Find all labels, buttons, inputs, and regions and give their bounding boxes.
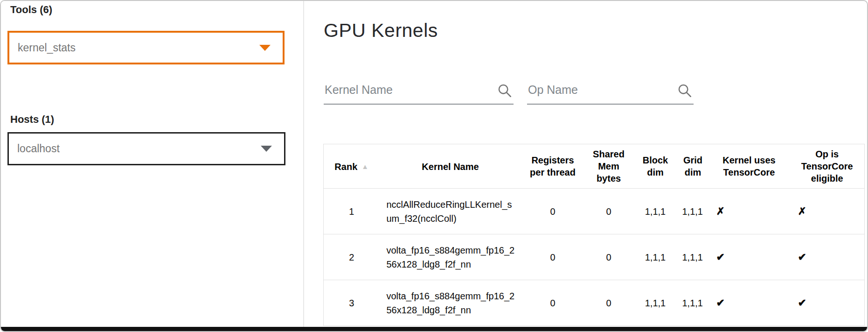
sort-ascending-icon: ▲ — [361, 162, 368, 170]
column-header-registers-per-thread[interactable]: Registers per thread — [521, 144, 584, 189]
gpu-kernels-table: Rank▲ Kernel Name Registers per thread S… — [323, 144, 865, 326]
kernel-name-input[interactable] — [324, 78, 514, 105]
cell-kernel-name: volta_fp16_s884gemm_fp16_256x128_ldg8_f2… — [380, 280, 521, 326]
sidebar: Tools (6) kernel_stats Hosts (1) localho… — [1, 1, 304, 331]
tools-select-value: kernel_stats — [9, 42, 259, 54]
hosts-select[interactable]: localhost — [7, 132, 285, 165]
cell-registers-per-thread: 0 — [521, 280, 584, 326]
cell-kernel-name: ncclAllReduceRingLLKernel_sum_f32(ncclCo… — [380, 189, 521, 234]
main-panel: GPU Kernels Ra — [305, 1, 867, 331]
tools-section-label: Tools (6) — [10, 4, 52, 16]
cell-rank: 3 — [324, 280, 380, 326]
table-header-row: Rank▲ Kernel Name Registers per thread S… — [324, 144, 865, 189]
cell-shared-mem-bytes: 0 — [584, 234, 633, 280]
cell-registers-per-thread: 0 — [521, 189, 584, 234]
cell-shared-mem-bytes: 0 — [584, 280, 633, 326]
chevron-down-icon — [259, 45, 271, 51]
cell-block-dim: 1,1,1 — [633, 189, 678, 234]
table-body: 1ncclAllReduceRingLLKernel_sum_f32(ncclC… — [324, 189, 865, 326]
cell-block-dim: 1,1,1 — [633, 234, 678, 280]
hosts-section-label: Hosts (1) — [10, 113, 54, 126]
op-name-input[interactable] — [527, 78, 694, 105]
column-header-rank[interactable]: Rank▲ — [324, 144, 380, 189]
cell-grid-dim: 1,1,1 — [678, 189, 708, 234]
cell-kernel-uses-tensorcore: ✗ — [708, 189, 790, 234]
column-header-grid-dim[interactable]: Grid dim — [678, 144, 708, 189]
cell-op-is-tensorcore-eligible: ✗ — [790, 189, 865, 234]
column-header-shared-mem-bytes[interactable]: Shared Mem bytes — [584, 144, 633, 189]
search-icon — [677, 82, 693, 99]
table-row: 1ncclAllReduceRingLLKernel_sum_f32(ncclC… — [324, 189, 865, 234]
cell-kernel-uses-tensorcore: ✔ — [708, 234, 790, 280]
cell-op-is-tensorcore-eligible: ✔ — [790, 280, 865, 326]
cell-registers-per-thread: 0 — [521, 234, 584, 280]
table-row: 2volta_fp16_s884gemm_fp16_256x128_ldg8_f… — [324, 234, 865, 280]
table-row: 3volta_fp16_s884gemm_fp16_256x128_ldg8_f… — [324, 280, 865, 326]
cell-kernel-name: volta_fp16_s884gemm_fp16_256x128_ldg8_f2… — [380, 234, 521, 280]
hosts-select-value: localhost — [9, 142, 261, 155]
cell-rank: 2 — [324, 234, 380, 280]
column-header-op-is-tensorcore-eligible[interactable]: Op is TensorCore eligible — [790, 144, 865, 189]
column-header-kernel-uses-tensorcore[interactable]: Kernel uses TensorCore — [708, 144, 790, 189]
bottom-bar — [1, 327, 867, 331]
chevron-down-icon — [261, 146, 272, 152]
column-header-kernel-name[interactable]: Kernel Name — [380, 144, 521, 189]
cell-kernel-uses-tensorcore: ✔ — [708, 280, 790, 326]
op-name-filter — [527, 78, 694, 105]
search-icon — [497, 82, 513, 99]
cell-rank: 1 — [324, 189, 380, 234]
kernel-name-filter — [324, 78, 514, 105]
page-title: GPU Kernels — [324, 20, 438, 42]
profiler-window: Tools (6) kernel_stats Hosts (1) localho… — [0, 0, 868, 332]
cell-grid-dim: 1,1,1 — [678, 234, 708, 280]
cell-shared-mem-bytes: 0 — [584, 189, 633, 234]
cell-block-dim: 1,1,1 — [633, 280, 678, 326]
column-header-block-dim[interactable]: Block dim — [633, 144, 678, 189]
tools-select[interactable]: kernel_stats — [7, 31, 285, 64]
cell-op-is-tensorcore-eligible: ✔ — [790, 234, 865, 280]
cell-grid-dim: 1,1,1 — [678, 280, 708, 326]
